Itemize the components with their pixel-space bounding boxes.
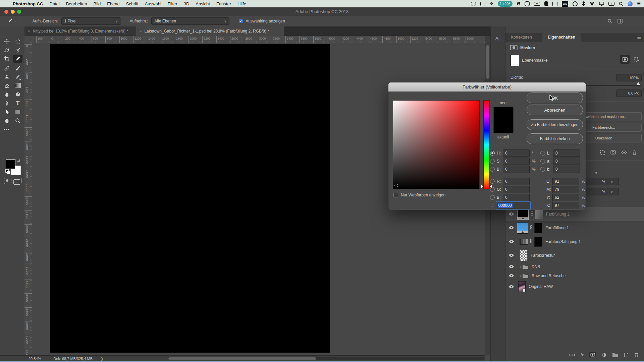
layer-name[interactable]: Farbton/Sättigung 1 <box>545 239 581 244</box>
cancel-button[interactable]: Abbrechen <box>527 105 583 115</box>
layer-row-farbkorrektur[interactable]: Farbkorrektur <box>505 248 644 262</box>
feather-value[interactable]: 0,0 Px <box>616 89 642 97</box>
visibility-eye-icon[interactable] <box>505 240 517 243</box>
hue-slider[interactable] <box>483 100 490 189</box>
polygonal-lasso-tool[interactable] <box>2 46 11 54</box>
search-icon[interactable] <box>607 19 612 23</box>
layer-group-raw-und-retusche[interactable]: › Raw und Retusche <box>505 271 644 280</box>
color-libraries-button[interactable]: Farbbibliotheken <box>527 133 583 144</box>
sample-layers-dropdown[interactable]: Alle Ebenen∨ <box>151 17 229 25</box>
menu-datei[interactable]: Datei <box>49 1 59 6</box>
path-selection-tool[interactable] <box>2 108 11 116</box>
preset-chevron-icon[interactable]: ⌄ <box>14 19 17 23</box>
tab-kitty-psd[interactable]: × Kitty.psd bei 13,3% (Farbfüllung 3, Eb… <box>24 26 143 36</box>
menu-hilfe[interactable]: Hilfe <box>237 1 246 6</box>
collapsed-panel-icon[interactable]: A| <box>495 36 499 41</box>
quick-selection-tool[interactable] <box>13 46 22 54</box>
eyedropper-tool[interactable] <box>13 55 22 63</box>
layer-mask-thumbnail[interactable] <box>534 223 542 233</box>
bluetooth-icon[interactable] <box>582 1 585 6</box>
notification-center-icon[interactable]: ☰ <box>637 1 641 6</box>
sample-ring-checkbox[interactable]: ✓ <box>239 19 243 23</box>
eraser-tool[interactable] <box>2 81 11 89</box>
close-tab-icon[interactable]: × <box>140 29 142 33</box>
radio-r[interactable] <box>490 179 495 184</box>
mask-link-icon[interactable] <box>530 225 533 231</box>
b-input[interactable]: 0 <box>503 166 530 173</box>
close-window-button[interactable] <box>4 10 8 14</box>
creative-cloud-icon[interactable] <box>525 1 530 6</box>
battery-app-icon[interactable]: ★ <box>534 2 540 6</box>
tab-eigenschaften[interactable]: Eigenschaften <box>542 33 581 42</box>
menu-filter[interactable]: Filter <box>168 1 177 6</box>
b2-input[interactable]: 0 <box>503 194 530 201</box>
sponge-tool[interactable] <box>13 90 22 98</box>
tab-korrekturen[interactable]: Korrekturen <box>505 33 537 42</box>
r-input[interactable]: 0 <box>503 178 530 185</box>
c-input[interactable]: 91 <box>552 178 579 185</box>
hex-input[interactable]: 000000 <box>496 201 531 209</box>
empty-layer-thumbnail[interactable] <box>520 250 528 261</box>
display-settings-icon[interactable] <box>552 1 557 6</box>
apply-mask-icon[interactable] <box>610 150 616 155</box>
vertical-scrollbar-thumb[interactable] <box>486 45 489 79</box>
new-layer-icon[interactable] <box>624 353 629 357</box>
fill-layer-thumbnail[interactable] <box>517 222 528 234</box>
spotlight-search-icon[interactable] <box>619 1 623 6</box>
battery-icon[interactable]: ϟ <box>608 2 614 6</box>
radio-b2[interactable] <box>490 195 495 200</box>
menu-ebene[interactable]: Ebene <box>107 1 120 6</box>
layer-mask-thumbnail[interactable] <box>535 209 543 219</box>
app-menu[interactable]: Photoshop CC <box>13 1 43 6</box>
pen-tool[interactable] <box>2 99 11 107</box>
trackpad-icon[interactable] <box>544 1 548 6</box>
l-input[interactable]: 0 <box>553 149 580 157</box>
menu-ansicht[interactable]: Ansicht <box>196 1 210 6</box>
layer-name[interactable]: Farbkorrektur <box>531 253 555 258</box>
adjustment-layer-icon[interactable] <box>602 353 606 357</box>
shape-tool[interactable] <box>13 108 22 116</box>
dialog-title[interactable]: Farbwähler (Volltonfarbe) <box>388 82 586 92</box>
radio-h[interactable] <box>490 151 495 156</box>
density-slider-thumb[interactable] <box>636 82 640 85</box>
screen-record-icon[interactable] <box>471 2 476 6</box>
mask-visibility-eye-icon[interactable] <box>621 150 627 154</box>
eyedropper-preset-icon[interactable] <box>7 18 13 24</box>
a-input[interactable]: 0 <box>553 158 580 165</box>
layer-mask-thumbnail[interactable] <box>534 237 542 247</box>
radio-bb[interactable] <box>540 167 545 172</box>
hand-tool[interactable] <box>2 117 11 125</box>
visibility-eye-icon[interactable] <box>505 274 517 278</box>
menu-bearbeiten[interactable]: Bearbeiten <box>66 1 87 6</box>
menu-3d[interactable]: 3D <box>184 1 190 6</box>
k-input[interactable]: 97 <box>552 202 579 209</box>
close-tab-icon[interactable]: × <box>28 29 30 33</box>
visibility-eye-icon[interactable] <box>505 212 517 216</box>
edit-toolbar-ellipsis[interactable]: ••• <box>2 126 11 134</box>
delete-mask-trash-icon[interactable] <box>632 150 637 155</box>
layer-name[interactable]: Raw und Retusche <box>532 274 566 278</box>
menu-fenster[interactable]: Fenster <box>216 1 231 6</box>
crop-tool[interactable] <box>2 55 11 63</box>
add-to-swatches-button[interactable]: Zu Farbfeldern hinzufügen <box>527 119 583 130</box>
add-mask-icon[interactable] <box>589 352 596 357</box>
mask-link-icon[interactable] <box>530 239 533 245</box>
move-tool[interactable] <box>2 38 11 46</box>
history-brush-tool[interactable] <box>13 73 22 81</box>
layer-name[interactable]: Farbfüllung 2 <box>546 212 570 217</box>
displays-icon[interactable] <box>480 2 485 6</box>
brush-tool[interactable] <box>13 64 22 72</box>
layer-row-farbton-saettigung-1[interactable]: Farbton/Sättigung 1 <box>505 235 644 248</box>
layer-name[interactable]: DNB <box>532 264 540 269</box>
screen-mode-button[interactable] <box>15 178 21 183</box>
fill-chevron[interactable]: ∨ <box>605 188 619 195</box>
expand-group-chevron[interactable]: › <box>520 264 521 269</box>
density-value[interactable]: 100% <box>616 74 642 81</box>
visibility-eye-icon[interactable] <box>505 265 517 268</box>
h-input[interactable]: 0 <box>503 149 530 157</box>
layer-name[interactable]: Farbfüllung 1 <box>545 226 569 230</box>
temperature-badge[interactable]: 29° <box>498 1 513 7</box>
horizontal-scrollbar[interactable] <box>168 357 485 360</box>
layer-row-original-raw[interactable]: Original RAW <box>505 280 644 293</box>
delete-layer-trash-icon[interactable] <box>634 352 639 357</box>
